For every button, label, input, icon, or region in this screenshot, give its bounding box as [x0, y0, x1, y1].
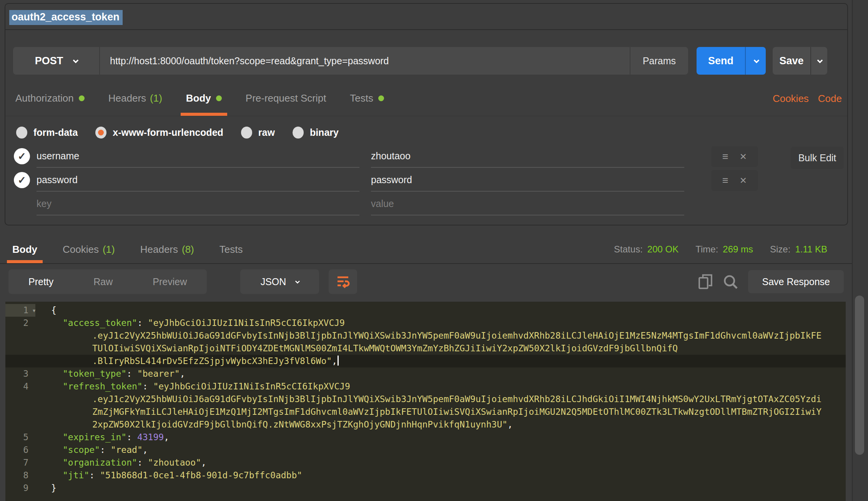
view-mode-preview[interactable]: Preview	[133, 269, 207, 294]
postman-window: oauth2_access_token POST http://host1:80…	[0, 0, 868, 501]
format-dropdown[interactable]: JSON	[240, 269, 319, 294]
body-mode-raw[interactable]: raw	[241, 127, 275, 139]
code-line: .eyJ1c2VyX25hbWUiOiJ6aG91dGFvbyIsInNjb3B…	[5, 393, 846, 406]
send-chevron-icon	[753, 57, 760, 63]
line-number	[5, 393, 35, 406]
radio-unselected-icon[interactable]	[293, 127, 304, 139]
response-tab-tests[interactable]: Tests	[216, 235, 246, 263]
code-line: 7"organization": "zhoutaoo",	[5, 456, 846, 469]
code-line: 8"jti": "51b868d1-0ce1-4fb8-901d-9c7bffc…	[5, 469, 846, 482]
request-title[interactable]: oauth2_access_token	[9, 10, 123, 25]
line-number: 3	[5, 367, 35, 380]
request-tab-body[interactable]: Body	[183, 81, 225, 116]
search-button[interactable]	[723, 274, 738, 289]
request-tab-authorization[interactable]: Authorization	[12, 81, 88, 116]
row-checkbox-checked[interactable]: ✓	[14, 148, 30, 164]
value-input[interactable]: value	[371, 192, 684, 215]
line-number: 8	[5, 469, 35, 482]
code-link[interactable]: Code	[818, 93, 842, 105]
code-line: 2xpZW50X2lkIjoidGVzdF9jbGllbnQifQ.zNtWWG…	[5, 418, 846, 431]
code-line: 6"scope": "read",	[5, 444, 846, 456]
scrollbar-thumb[interactable]	[855, 296, 864, 455]
key-input[interactable]: key	[37, 192, 359, 215]
key-input[interactable]: username	[37, 145, 359, 168]
remove-row-icon[interactable]: ✕	[740, 152, 747, 162]
value-input[interactable]: zhoutaoo	[371, 145, 684, 168]
response-time: Time:269 ms	[695, 244, 753, 255]
key-input[interactable]: password	[37, 169, 359, 192]
request-tabs: AuthorizationHeaders(1)BodyPre-request S…	[12, 81, 387, 116]
request-tab-pre-request-script[interactable]: Pre-request Script	[243, 81, 329, 116]
status-value: 1.11 KB	[795, 244, 827, 255]
response-status: Status:200 OK	[614, 244, 678, 255]
response-tab-headers[interactable]: Headers(8)	[137, 235, 197, 263]
copy-icon	[698, 274, 713, 290]
radio-unselected-icon[interactable]	[241, 127, 252, 139]
method-label: POST	[35, 55, 63, 67]
send-button[interactable]: Send	[697, 47, 766, 75]
status-value: 269 ms	[723, 244, 753, 255]
method-chevron-icon	[73, 57, 79, 63]
body-mode-radios: form-datax-www-form-urlencodedrawbinary	[16, 122, 339, 142]
code-line: TUlOIiwiSVQiXSwianRpIjoiNTFiODY4ZDEtMGNl…	[5, 342, 846, 355]
copy-button[interactable]	[698, 274, 713, 290]
save-button[interactable]: Save	[773, 47, 827, 75]
drag-handle-icon[interactable]: ≡	[722, 151, 728, 163]
request-tabs-row: AuthorizationHeaders(1)BodyPre-request S…	[5, 81, 847, 116]
cookies-link[interactable]: Cookies	[773, 93, 809, 105]
urlencoded-kv-table: ✓usernamezhoutaoo≡✕✓passwordpassword≡✕ke…	[5, 145, 847, 220]
green-dot	[216, 95, 222, 101]
line-number	[5, 355, 35, 367]
body-mode-x-www-form-urlencoded[interactable]: x-www-form-urlencoded	[95, 127, 223, 139]
line-number: 7	[5, 456, 35, 469]
response-tab-cookies[interactable]: Cookies(1)	[60, 235, 118, 263]
line-number	[5, 406, 35, 418]
active-tab-underline	[7, 260, 43, 263]
view-mode-group: PrettyRawPreview	[8, 269, 207, 294]
code-line: 2"access_token": "eyJhbGciOiJIUzI1NiIsIn…	[5, 317, 846, 329]
line-number	[5, 329, 35, 342]
request-tab-header: oauth2_access_token	[5, 4, 847, 30]
url-bar: POST http://host1:8000/oauth/token?scope…	[13, 47, 688, 75]
request-tab-headers[interactable]: Headers(1)	[105, 81, 165, 116]
bulk-edit-button[interactable]: Bulk Edit	[791, 147, 844, 169]
green-dot	[378, 95, 384, 101]
tab-count-badge: (1)	[103, 244, 115, 256]
response-tab-body[interactable]: Body	[9, 235, 40, 263]
radio-selected-icon[interactable]	[95, 127, 106, 139]
row-actions: ≡✕	[711, 146, 758, 167]
save-label: Save	[773, 47, 810, 75]
view-mode-raw[interactable]: Raw	[73, 269, 133, 294]
body-mode-binary[interactable]: binary	[293, 127, 339, 139]
value-input[interactable]: password	[371, 169, 684, 192]
method-dropdown[interactable]: POST	[13, 47, 100, 75]
line-number: 1▾	[5, 304, 35, 317]
send-options-button[interactable]	[745, 47, 766, 75]
send-label: Send	[697, 47, 745, 75]
remove-row-icon[interactable]: ✕	[740, 175, 747, 186]
wrap-text-button[interactable]	[329, 269, 357, 294]
save-options-button[interactable]	[810, 47, 827, 75]
body-mode-form-data[interactable]: form-data	[16, 127, 78, 139]
radio-unselected-icon[interactable]	[16, 127, 27, 139]
response-meta: Status:200 OKTime:269 msSize:1.11 KB	[614, 235, 827, 263]
response-body-editor[interactable]: 1▾{2"access_token": "eyJhbGciOiJIUzI1NiI…	[5, 302, 846, 501]
url-input[interactable]: http://host1:8000/oauth/token?scope=read…	[100, 47, 630, 75]
search-icon	[723, 274, 738, 289]
code-lines: 1▾{2"access_token": "eyJhbGciOiJIUzI1NiI…	[5, 304, 846, 494]
scrollbar-track[interactable]	[853, 0, 868, 501]
code-line: 9}	[5, 482, 846, 494]
params-button[interactable]: Params	[630, 47, 688, 75]
fold-arrow-icon[interactable]: ▾	[32, 304, 36, 317]
line-number: 9	[5, 482, 35, 494]
save-chevron-icon	[817, 57, 823, 63]
request-tab-tests[interactable]: Tests	[347, 81, 387, 116]
request-builder-panel: oauth2_access_token POST http://host1:80…	[5, 3, 848, 225]
row-checkbox-checked[interactable]: ✓	[14, 172, 30, 188]
response-size: Size:1.11 KB	[770, 244, 827, 255]
drag-handle-icon[interactable]: ≡	[722, 175, 728, 187]
save-response-button[interactable]: Save Response	[748, 270, 844, 293]
view-mode-pretty[interactable]: Pretty	[8, 269, 73, 294]
line-number: 6	[5, 444, 35, 456]
row-actions: ≡✕	[711, 170, 758, 191]
